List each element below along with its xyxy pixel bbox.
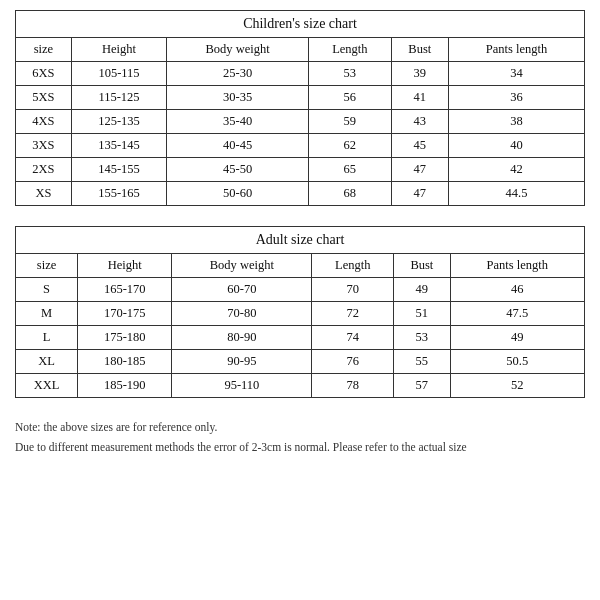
table-cell: 70	[312, 278, 394, 302]
table-cell: 36	[448, 86, 584, 110]
table-cell: 47.5	[450, 302, 584, 326]
table-cell: 53	[394, 326, 450, 350]
children-col-header: Pants length	[448, 38, 584, 62]
table-cell: 47	[391, 182, 448, 206]
adult-table: sizeHeightBody weightLengthBustPants len…	[15, 253, 585, 398]
table-cell: 78	[312, 374, 394, 398]
table-cell: 165-170	[78, 278, 172, 302]
table-cell: 53	[308, 62, 391, 86]
table-cell: 115-125	[71, 86, 167, 110]
table-cell: 40-45	[167, 134, 309, 158]
table-cell: 42	[448, 158, 584, 182]
children-table: sizeHeightBody weightLengthBustPants len…	[15, 37, 585, 206]
table-cell: 60-70	[172, 278, 312, 302]
children-header-row: sizeHeightBody weightLengthBustPants len…	[16, 38, 585, 62]
table-row: 2XS145-15545-50654742	[16, 158, 585, 182]
adult-col-header: Bust	[394, 254, 450, 278]
table-cell: 25-30	[167, 62, 309, 86]
children-col-header: Bust	[391, 38, 448, 62]
adult-section: Adult size chart sizeHeightBody weightLe…	[15, 226, 585, 398]
table-cell: 76	[312, 350, 394, 374]
table-cell: 170-175	[78, 302, 172, 326]
table-row: XL180-18590-95765550.5	[16, 350, 585, 374]
children-table-title: Children's size chart	[15, 10, 585, 37]
adult-col-header: Body weight	[172, 254, 312, 278]
table-cell: 74	[312, 326, 394, 350]
table-cell: 47	[391, 158, 448, 182]
table-cell: 185-190	[78, 374, 172, 398]
children-col-header: Body weight	[167, 38, 309, 62]
table-row: 3XS135-14540-45624540	[16, 134, 585, 158]
table-cell: 180-185	[78, 350, 172, 374]
table-row: XS155-16550-60684744.5	[16, 182, 585, 206]
table-cell: 51	[394, 302, 450, 326]
table-row: L175-18080-90745349	[16, 326, 585, 350]
table-cell: 43	[391, 110, 448, 134]
note-line-2: Due to different measurement methods the…	[15, 438, 585, 458]
table-cell: L	[16, 326, 78, 350]
table-cell: 125-135	[71, 110, 167, 134]
table-cell: 80-90	[172, 326, 312, 350]
table-cell: 2XS	[16, 158, 72, 182]
table-cell: 49	[450, 326, 584, 350]
table-row: 4XS125-13535-40594338	[16, 110, 585, 134]
table-cell: 3XS	[16, 134, 72, 158]
table-cell: 56	[308, 86, 391, 110]
adult-col-header: size	[16, 254, 78, 278]
table-cell: 155-165	[71, 182, 167, 206]
table-cell: 40	[448, 134, 584, 158]
table-cell: 6XS	[16, 62, 72, 86]
table-cell: 90-95	[172, 350, 312, 374]
table-cell: 4XS	[16, 110, 72, 134]
table-cell: 175-180	[78, 326, 172, 350]
children-section: Children's size chart sizeHeightBody wei…	[15, 10, 585, 206]
notes-section: Note: the above sizes are for reference …	[15, 418, 585, 457]
table-cell: 30-35	[167, 86, 309, 110]
table-cell: 50.5	[450, 350, 584, 374]
table-cell: XS	[16, 182, 72, 206]
table-row: 6XS105-11525-30533934	[16, 62, 585, 86]
table-cell: 145-155	[71, 158, 167, 182]
table-cell: 35-40	[167, 110, 309, 134]
table-cell: 34	[448, 62, 584, 86]
table-cell: 38	[448, 110, 584, 134]
table-cell: S	[16, 278, 78, 302]
adult-col-header: Height	[78, 254, 172, 278]
table-cell: 5XS	[16, 86, 72, 110]
children-col-header: Length	[308, 38, 391, 62]
adult-table-body: S165-17060-70704946M170-17570-80725147.5…	[16, 278, 585, 398]
table-cell: 49	[394, 278, 450, 302]
table-cell: 46	[450, 278, 584, 302]
table-cell: 39	[391, 62, 448, 86]
table-cell: M	[16, 302, 78, 326]
adult-table-title: Adult size chart	[15, 226, 585, 253]
table-cell: XXL	[16, 374, 78, 398]
table-cell: 95-110	[172, 374, 312, 398]
adult-col-header: Length	[312, 254, 394, 278]
table-cell: 45	[391, 134, 448, 158]
table-cell: XL	[16, 350, 78, 374]
table-row: S165-17060-70704946	[16, 278, 585, 302]
note-line-1: Note: the above sizes are for reference …	[15, 418, 585, 438]
table-cell: 105-115	[71, 62, 167, 86]
table-row: 5XS115-12530-35564136	[16, 86, 585, 110]
adult-col-header: Pants length	[450, 254, 584, 278]
table-cell: 50-60	[167, 182, 309, 206]
table-row: XXL185-19095-110785752	[16, 374, 585, 398]
children-table-body: 6XS105-11525-305339345XS115-12530-355641…	[16, 62, 585, 206]
table-cell: 65	[308, 158, 391, 182]
table-cell: 45-50	[167, 158, 309, 182]
table-cell: 72	[312, 302, 394, 326]
children-col-header: size	[16, 38, 72, 62]
adult-header-row: sizeHeightBody weightLengthBustPants len…	[16, 254, 585, 278]
table-cell: 59	[308, 110, 391, 134]
table-cell: 44.5	[448, 182, 584, 206]
table-cell: 68	[308, 182, 391, 206]
table-row: M170-17570-80725147.5	[16, 302, 585, 326]
table-cell: 41	[391, 86, 448, 110]
table-cell: 57	[394, 374, 450, 398]
table-cell: 62	[308, 134, 391, 158]
children-col-header: Height	[71, 38, 167, 62]
table-cell: 55	[394, 350, 450, 374]
table-cell: 52	[450, 374, 584, 398]
